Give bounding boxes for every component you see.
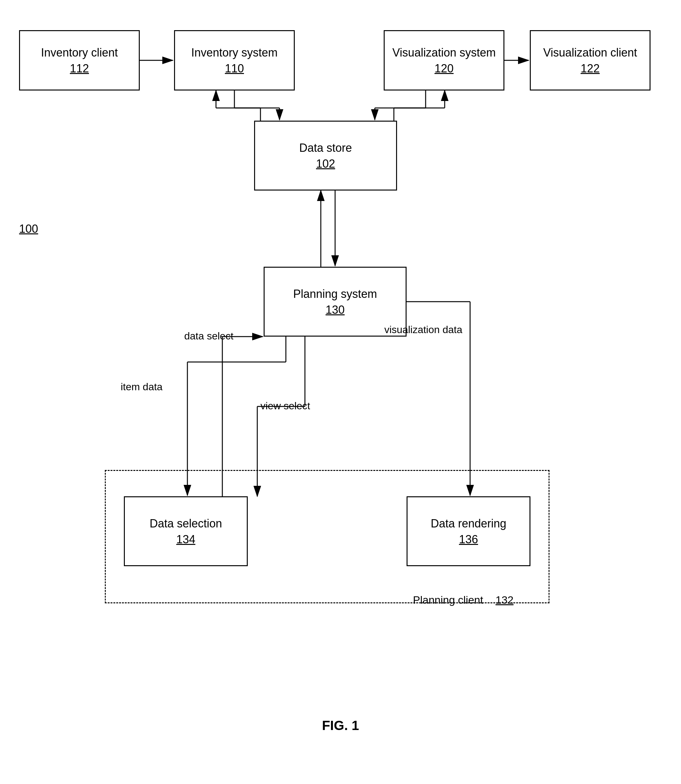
inventory-system-box: Inventory system 110 bbox=[174, 30, 295, 90]
item-data-label: item data bbox=[121, 381, 163, 393]
diagram: 100 Inventory client 112 Inventory syste… bbox=[0, 0, 681, 784]
inventory-client-number: 112 bbox=[70, 62, 89, 75]
data-selection-box: Data selection 134 bbox=[124, 496, 248, 566]
ref-100: 100 bbox=[19, 222, 38, 236]
inventory-client-box: Inventory client 112 bbox=[19, 30, 140, 90]
inventory-system-number: 110 bbox=[225, 62, 244, 75]
visualization-system-box: Visualization system 120 bbox=[384, 30, 504, 90]
data-selection-label: Data selection bbox=[150, 516, 222, 531]
visualization-client-label: Visualization client bbox=[543, 46, 637, 60]
planning-system-number: 130 bbox=[326, 303, 345, 316]
visualization-data-label: visualization data bbox=[384, 324, 462, 336]
visualization-client-number: 122 bbox=[581, 62, 600, 75]
view-select-label: view select bbox=[260, 400, 310, 412]
data-store-label: Data store bbox=[299, 141, 352, 156]
planning-client-label: Planning client bbox=[413, 594, 483, 606]
figure-caption: FIG. 1 bbox=[293, 718, 388, 733]
visualization-client-box: Visualization client 122 bbox=[530, 30, 651, 90]
data-store-box: Data store 102 bbox=[254, 121, 397, 191]
inventory-client-label: Inventory client bbox=[41, 46, 118, 60]
visualization-system-number: 120 bbox=[434, 62, 454, 75]
planning-system-label: Planning system bbox=[293, 287, 377, 302]
data-select-label: data select bbox=[184, 330, 233, 342]
inventory-system-label: Inventory system bbox=[191, 46, 278, 60]
planning-client-number: 132 bbox=[496, 594, 514, 606]
data-store-number: 102 bbox=[316, 157, 335, 171]
data-rendering-label: Data rendering bbox=[431, 516, 506, 531]
visualization-system-label: Visualization system bbox=[392, 46, 496, 60]
data-selection-number: 134 bbox=[176, 533, 195, 546]
data-rendering-box: Data rendering 136 bbox=[407, 496, 531, 566]
data-rendering-number: 136 bbox=[459, 533, 478, 546]
